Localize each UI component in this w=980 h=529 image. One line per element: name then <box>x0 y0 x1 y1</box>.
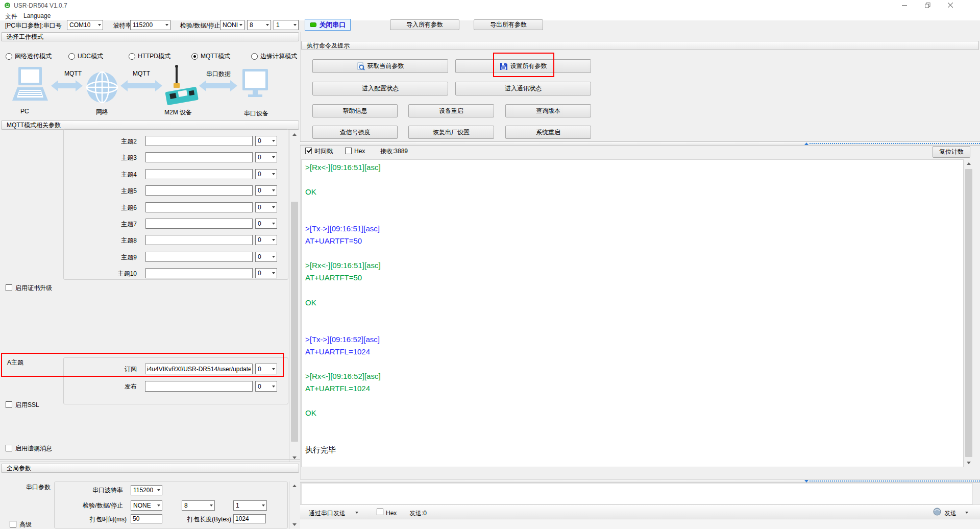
scroll-down-icon[interactable] <box>290 520 299 529</box>
m2m-device-icon <box>165 65 199 105</box>
sent-count: 发送:0 <box>409 510 427 517</box>
splitter-grip[interactable] <box>810 480 980 483</box>
pack-time-input[interactable] <box>131 514 162 523</box>
laptop-icon <box>12 67 48 101</box>
radio-icon[interactable] <box>251 53 258 60</box>
work-mode-option[interactable]: 边缘计算模式 <box>251 52 300 61</box>
publish-qos-select[interactable]: 0 <box>255 381 277 392</box>
close-button[interactable] <box>942 0 959 10</box>
minimize-button[interactable] <box>896 0 913 10</box>
topic-input[interactable] <box>145 169 253 179</box>
chevron-down-icon[interactable] <box>965 512 968 514</box>
subscribe-qos-select[interactable]: 0 <box>255 364 277 374</box>
subscribe-topic-input[interactable] <box>145 364 253 374</box>
scrollbar-thumb[interactable] <box>965 169 972 457</box>
serial-databits-select[interactable]: 8 <box>182 500 215 511</box>
radio-icon[interactable] <box>68 53 75 60</box>
publish-topic-input[interactable] <box>145 381 253 392</box>
reset-counter-button[interactable]: 复位计数 <box>933 146 970 158</box>
query-version-button[interactable]: 查询版本 <box>505 104 591 117</box>
send-text-area[interactable] <box>301 483 973 504</box>
close-port-button[interactable]: 关闭串口 <box>305 19 351 31</box>
scroll-down-icon[interactable] <box>290 453 299 462</box>
device-restart-button[interactable]: 设备重启 <box>408 104 494 117</box>
baud-select[interactable]: 115200 <box>130 20 170 30</box>
enter-comm-button[interactable]: 进入通讯状态 <box>455 82 591 95</box>
work-mode-option[interactable]: 网络透传模式 <box>6 52 68 61</box>
help-info-button[interactable]: 帮助信息 <box>312 104 398 117</box>
topic-input[interactable] <box>145 219 253 229</box>
will-message-checkbox[interactable] <box>6 445 12 451</box>
log-line: AT+UARTFT=50 <box>305 272 959 284</box>
chevron-down-icon[interactable] <box>355 512 358 514</box>
timestamp-checkbox[interactable] <box>305 148 312 154</box>
serial-baud-select[interactable]: 115200 <box>131 485 162 495</box>
restore-button[interactable] <box>919 0 936 10</box>
radio-icon[interactable] <box>129 53 135 60</box>
topic-input[interactable] <box>145 268 253 278</box>
set-params-highlight-box <box>493 53 554 77</box>
pack-length-input[interactable] <box>233 514 266 523</box>
send-hex-checkbox[interactable] <box>377 509 383 515</box>
node-label-serial-device: 串口设备 <box>244 110 268 117</box>
ssl-checkbox[interactable] <box>6 401 12 408</box>
send-splitter[interactable] <box>300 479 980 483</box>
topic-input[interactable] <box>145 185 253 196</box>
parity-select[interactable]: NONI <box>220 20 244 30</box>
radio-icon[interactable] <box>191 53 198 60</box>
send-via-label[interactable]: 通过串口发送 <box>309 510 346 517</box>
system-restart-button[interactable]: 系统重启 <box>505 126 591 139</box>
scroll-down-icon[interactable] <box>964 459 973 467</box>
topic-qos-select[interactable]: 0 <box>255 185 277 196</box>
stopbits-select[interactable]: 1 <box>274 20 299 30</box>
topic-qos-select[interactable]: 0 <box>255 219 277 229</box>
topic-qos-select[interactable]: 0 <box>255 152 277 162</box>
topic-qos-select[interactable]: 0 <box>255 169 277 179</box>
serial-stopbits-select[interactable]: 1 <box>233 500 267 511</box>
global-params-scrollbar[interactable] <box>289 482 299 529</box>
menu-file[interactable]: 文件 <box>3 12 19 21</box>
query-signal-button[interactable]: 查信号强度 <box>312 126 398 139</box>
log-scrollbar[interactable] <box>964 159 973 467</box>
advanced-checkbox[interactable] <box>10 521 16 527</box>
work-mode-option[interactable]: UDC模式 <box>68 52 129 61</box>
databits-select[interactable]: 8 <box>247 20 271 30</box>
serial-parity-select[interactable]: NONE <box>131 500 162 511</box>
log-splitter[interactable] <box>300 141 980 146</box>
work-mode-option[interactable]: HTTPD模式 <box>129 52 191 61</box>
topic-qos-select[interactable]: 0 <box>255 235 277 245</box>
export-params-button[interactable]: 导出所有参数 <box>474 19 543 30</box>
import-params-button[interactable]: 导入所有参数 <box>390 19 459 30</box>
rx-hex-checkbox[interactable] <box>345 148 352 154</box>
topic-input[interactable] <box>145 235 253 245</box>
radio-icon[interactable] <box>6 53 12 60</box>
scroll-up-icon[interactable] <box>290 482 299 490</box>
work-mode-label: UDC模式 <box>78 52 103 61</box>
topic-qos-select[interactable]: 0 <box>255 202 277 212</box>
mqtt-params-scrollbar[interactable] <box>289 130 299 462</box>
com-port-select[interactable]: COM10 <box>67 20 103 30</box>
scrollbar-thumb[interactable] <box>291 202 298 442</box>
log-line <box>305 210 959 223</box>
topic-qos-select[interactable]: 0 <box>255 136 277 146</box>
topic-input[interactable] <box>145 202 253 212</box>
scroll-up-icon[interactable] <box>964 159 973 168</box>
topic-qos-select[interactable]: 0 <box>255 252 277 262</box>
topic-input[interactable] <box>145 252 253 262</box>
work-mode-option[interactable]: MQTT模式 <box>191 52 251 61</box>
scroll-up-icon[interactable] <box>290 130 299 139</box>
splitter-arrow-icon <box>804 480 808 483</box>
cert-upgrade-checkbox[interactable] <box>6 284 12 291</box>
get-params-button[interactable]: 获取当前参数 <box>312 59 448 73</box>
topic-label: 主题3 <box>92 154 137 162</box>
splitter-grip[interactable] <box>810 143 980 145</box>
topic-qos-select[interactable]: 0 <box>255 268 277 278</box>
node-label-pc: PC <box>20 108 29 115</box>
enter-config-button[interactable]: 进入配置状态 <box>312 82 448 95</box>
factory-reset-button[interactable]: 恢复出厂设置 <box>408 126 494 139</box>
menu-language[interactable]: Language <box>21 12 53 20</box>
topic-input[interactable] <box>145 152 253 162</box>
topic-input[interactable] <box>145 136 253 146</box>
globe-icon <box>87 72 117 103</box>
send-button[interactable]: 发送 <box>944 510 957 517</box>
